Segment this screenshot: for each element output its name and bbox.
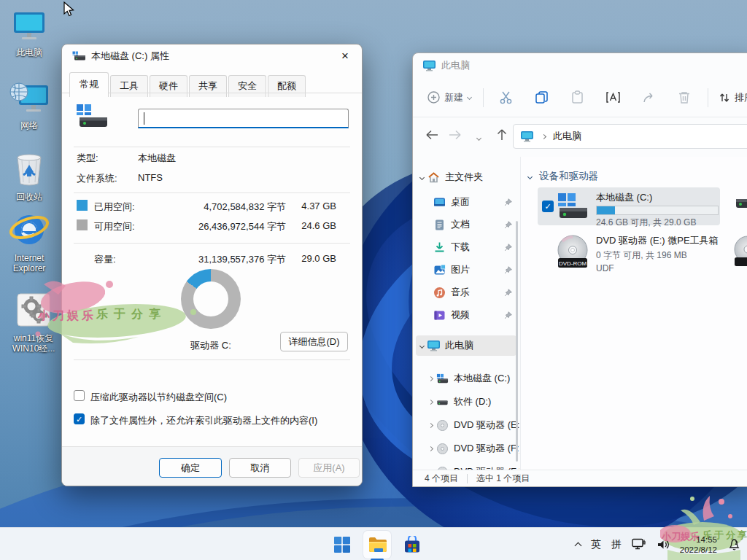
cancel-button[interactable]: 取消: [229, 458, 291, 478]
pin-icon: [504, 289, 512, 297]
volume-icon[interactable]: [657, 539, 670, 551]
delete-button[interactable]: [671, 90, 697, 104]
explorer-statusbar: 4 个项目 选中 1 个项目: [413, 470, 747, 486]
file-explorer-icon: [368, 536, 387, 553]
network-icon: [9, 82, 50, 115]
up-button[interactable]: [490, 128, 514, 144]
volume-name-input[interactable]: [138, 109, 349, 128]
desktop-icon-this-pc[interactable]: 此电脑: [1, 10, 57, 58]
sidebar-item-dvd-f[interactable]: DVD 驱动器 (F:): [416, 438, 516, 459]
sidebar-item-documents[interactable]: 文档: [416, 214, 516, 235]
section-devices-and-drives[interactable]: 设备和驱动器: [528, 170, 598, 183]
drive-large-icon: [75, 103, 109, 129]
paste-button[interactable]: [564, 90, 590, 104]
drive-icon-partial: [735, 193, 747, 212]
notification-bell-icon[interactable]: [727, 537, 741, 551]
divider: [74, 192, 350, 193]
breadcrumb-chevron-icon: [541, 133, 546, 139]
desktop-icon-label: Internet Explorer: [1, 253, 57, 273]
sidebar-item-label: 下载: [451, 241, 470, 254]
network-icon[interactable]: [632, 538, 646, 551]
tile-name: 本地磁盘 (C:): [596, 191, 719, 204]
drive-tile-c[interactable]: ✓ 本地磁盘 (C:) 24.6 GB 可用, 共 29.0 GB: [538, 187, 720, 225]
sidebar-item-music[interactable]: 音乐: [416, 282, 516, 303]
apply-button[interactable]: 应用(A): [298, 458, 360, 478]
forward-button[interactable]: [444, 129, 467, 144]
free-space-bytes: 26,436,972,544 字节: [158, 220, 286, 233]
tab-security[interactable]: 安全: [228, 75, 266, 97]
desktop-icon-recycle-bin[interactable]: 回收站: [1, 150, 57, 202]
tile-checkbox[interactable]: ✓: [542, 201, 554, 212]
details-button[interactable]: 详细信息(D): [280, 332, 348, 351]
taskbar-file-explorer-button[interactable]: [363, 531, 391, 559]
sidebar-item-this-pc[interactable]: 此电脑: [416, 335, 516, 356]
filesystem-value: NTFS: [138, 172, 163, 183]
sidebar-item-drive-c[interactable]: 本地磁盘 (C:): [416, 368, 516, 389]
recent-locations-button[interactable]: [467, 129, 490, 144]
sidebar-item-dvd-g[interactable]: DVD 驱动器 (F:): [416, 462, 516, 470]
divider: [74, 147, 350, 147]
status-divider: [467, 474, 468, 483]
index-checkbox-label[interactable]: 除了文件属性外，还允许索引此驱动器上文件的内容(I): [90, 414, 317, 427]
sidebar-scrollbar[interactable]: [516, 221, 518, 462]
sidebar-item-label: 图片: [451, 263, 470, 276]
free-space-size: 24.6 GB: [285, 220, 336, 231]
tile-filesystem: UDF: [596, 263, 719, 273]
tab-hardware[interactable]: 硬件: [150, 75, 187, 97]
drive-tile-dvd-e[interactable]: DVD-ROM DVD 驱动器 (E:) 微PE工具箱 0 字节 可用, 共 1…: [538, 232, 720, 273]
new-button[interactable]: 新建: [427, 91, 471, 104]
copy-button[interactable]: [528, 90, 554, 104]
drive-c-icon: [436, 373, 449, 385]
rename-button[interactable]: [600, 90, 626, 104]
sidebar-item-desktop[interactable]: 桌面: [416, 192, 516, 212]
back-button[interactable]: [420, 129, 444, 144]
tab-sharing[interactable]: 共享: [189, 75, 227, 97]
sidebar-item-pictures[interactable]: 图片: [416, 260, 516, 280]
toolbar-divider: [483, 88, 484, 107]
compress-checkbox[interactable]: [74, 390, 85, 401]
dialog-footer: 确定 取消 应用(A): [62, 446, 362, 486]
close-icon[interactable]: ×: [333, 47, 357, 66]
toolbar-divider: [708, 88, 708, 107]
desktop-icon-network[interactable]: 网络: [1, 82, 57, 131]
recycle-bin-icon: [13, 150, 45, 187]
dialog-titlebar[interactable]: 本地磁盘 (C:) 属性: [62, 44, 362, 68]
tile-info: 0 字节 可用, 共 196 MB: [596, 249, 719, 262]
taskbar-store-button[interactable]: [398, 531, 426, 559]
sidebar-item-downloads[interactable]: 下载: [416, 237, 516, 257]
ime-mode-indicator[interactable]: 拼: [611, 538, 622, 551]
sidebar-item-drive-d[interactable]: 软件 (D:): [416, 392, 516, 412]
pin-icon: [504, 311, 512, 319]
clock-time: 14:55: [680, 534, 717, 545]
desktop-icon-label: 此电脑: [1, 47, 57, 58]
ok-button[interactable]: 确定: [159, 458, 222, 478]
sidebar-item-dvd-e[interactable]: DVD 驱动器 (E:): [416, 415, 516, 435]
start-button[interactable]: [328, 531, 356, 559]
sort-button[interactable]: 排序: [719, 91, 747, 104]
address-bar[interactable]: 此电脑: [513, 124, 747, 149]
desktop-icon-win11-recovery[interactable]: win11恢复 WIN10经...: [6, 292, 61, 354]
tab-quota[interactable]: 配额: [268, 75, 306, 97]
explorer-sidebar: 主文件夹 桌面 文档 下载: [413, 157, 519, 470]
share-button[interactable]: [635, 90, 662, 104]
pin-icon: [504, 266, 512, 274]
taskbar-clock[interactable]: 14:55 2022/8/12: [680, 534, 717, 555]
tab-general[interactable]: 常规: [69, 72, 109, 97]
breadcrumb-this-pc[interactable]: 此电脑: [553, 130, 581, 143]
cut-button[interactable]: [492, 90, 519, 104]
document-icon: [433, 219, 446, 231]
tray-overflow-chevron-icon[interactable]: [574, 542, 581, 549]
dvd-icon: [436, 443, 449, 455]
explorer-window: 此电脑 新建: [412, 52, 747, 487]
desktop-icon-internet-explorer[interactable]: Internet Explorer: [1, 210, 57, 273]
explorer-titlebar[interactable]: 此电脑: [413, 53, 747, 78]
tab-tools[interactable]: 工具: [110, 75, 148, 97]
sidebar-item-label: 主文件夹: [445, 171, 483, 184]
rename-icon: [605, 90, 621, 104]
ime-language-indicator[interactable]: 英: [591, 538, 601, 551]
sidebar-item-home[interactable]: 主文件夹: [416, 167, 516, 187]
index-checkbox[interactable]: ✓: [74, 413, 85, 424]
sidebar-item-videos[interactable]: 视频: [416, 305, 516, 325]
compress-checkbox-label[interactable]: 压缩此驱动器以节约磁盘空间(C): [90, 391, 227, 404]
filesystem-label: 文件系统:: [77, 172, 117, 185]
